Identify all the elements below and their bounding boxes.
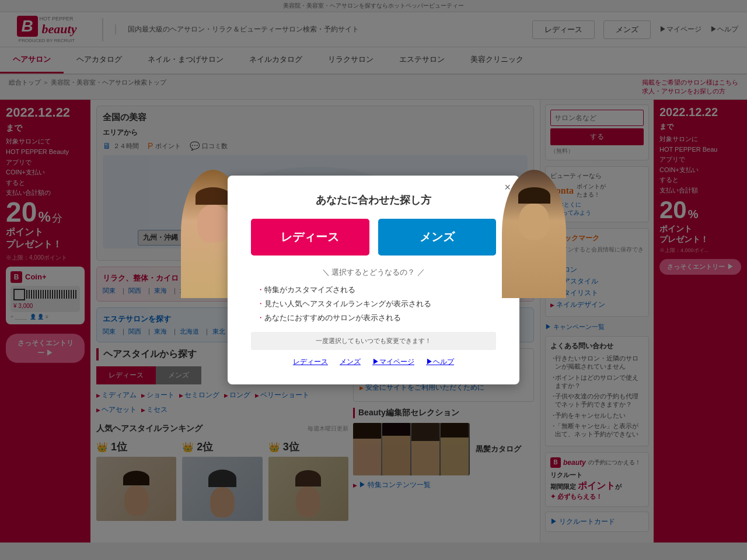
modal-features: 特集がカスタマイズされる 見たい人気ヘアスタイルランキングが表示される あなたに… <box>251 285 496 323</box>
modal-mens-button[interactable]: メンズ <box>378 219 497 256</box>
modal-feature-2: 見たい人気ヘアスタイルランキングが表示される <box>257 299 490 309</box>
modal-change-note: 一度選択してもいつでも変更できます！ <box>251 332 496 350</box>
modal-left-face <box>197 205 229 243</box>
modal: × あなたに合わせた探し方 レディース メンズ ＼ 選択するとどうなるの？ ／ … <box>228 176 519 384</box>
modal-container: × あなたに合わせた探し方 レディース メンズ ＼ 選択するとどうなるの？ ／ … <box>228 176 519 384</box>
modal-link-mypage[interactable]: ▶マイページ <box>372 357 414 367</box>
modal-ladies-button[interactable]: レディース <box>251 219 369 256</box>
modal-feature-3: あなたにおすすめのサロンが表示される <box>257 313 490 323</box>
modal-bottom-links: レディース メンズ ▶マイページ ▶ヘルプ <box>251 357 496 367</box>
modal-feature-1: 特集がカスタマイズされる <box>257 285 490 295</box>
modal-link-help[interactable]: ▶ヘルプ <box>426 357 454 367</box>
modal-overlay[interactable]: × あなたに合わせた探し方 レディース メンズ ＼ 選択するとどうなるの？ ／ … <box>0 0 747 542</box>
modal-right-person <box>502 170 566 298</box>
modal-right-person-img <box>502 170 566 298</box>
modal-link-ladies[interactable]: レディース <box>293 357 328 367</box>
modal-gender-buttons: レディース メンズ <box>251 219 496 256</box>
modal-right-face <box>519 204 549 240</box>
modal-right-hair <box>518 187 550 204</box>
modal-left-hair <box>196 187 231 205</box>
modal-what-text: ＼ 選択するとどうなるの？ ／ <box>251 267 496 278</box>
modal-title: あなたに合わせた探し方 <box>251 193 496 207</box>
modal-link-mens[interactable]: メンズ <box>340 357 361 367</box>
